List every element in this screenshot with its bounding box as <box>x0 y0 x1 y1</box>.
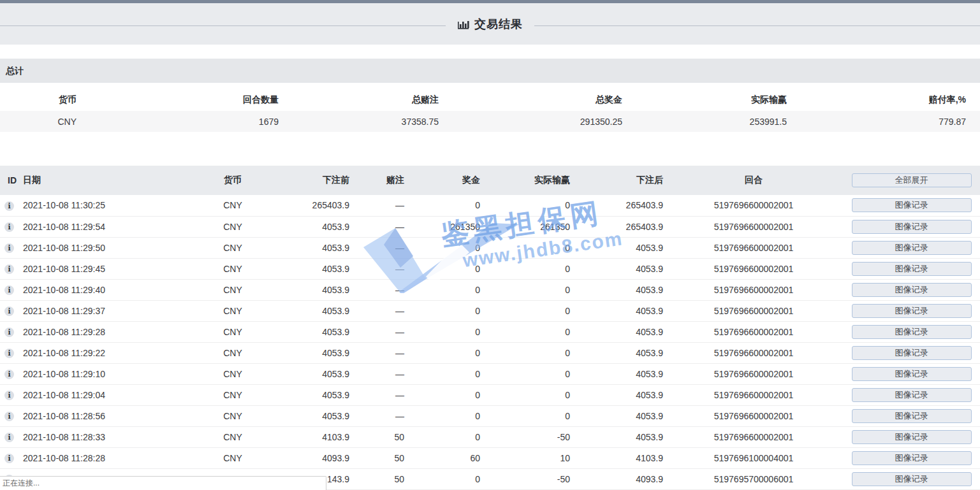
info-icon[interactable]: i <box>4 391 14 400</box>
info-icon[interactable]: i <box>4 201 14 211</box>
cell-round: 5197695700006001 <box>664 468 843 489</box>
cell-date: 2021-10-08 11:29:28 <box>19 321 179 342</box>
cell-date: 2021-10-08 11:29:50 <box>19 237 179 258</box>
info-icon[interactable]: i <box>4 433 14 442</box>
image-record-button[interactable]: 图像记录 <box>852 325 972 339</box>
image-record-button[interactable]: 图像记录 <box>852 304 972 318</box>
cell-currency: CNY <box>179 279 287 300</box>
page-header: 交易结果 <box>0 3 980 45</box>
cell-currency: CNY <box>179 342 287 363</box>
cell-date: 2021-10-08 11:29:22 <box>19 342 179 363</box>
info-icon[interactable]: i <box>4 328 14 337</box>
cell-after: 4053.9 <box>571 342 664 363</box>
image-record-button[interactable]: 图像记录 <box>852 220 972 234</box>
cell-currency: CNY <box>179 216 287 237</box>
info-icon[interactable]: i <box>4 349 14 358</box>
summary-winloss: 253991.5 <box>629 111 793 132</box>
cell-after: 265403.9 <box>571 216 664 237</box>
summary-header-total-bet: 总赌注 <box>285 89 445 111</box>
cell-after: 4103.9 <box>571 447 664 468</box>
cell-bet: — <box>351 237 406 258</box>
cell-currency: CNY <box>179 300 287 321</box>
expand-all-button[interactable]: 全部展开 <box>852 173 972 187</box>
summary-currency: CNY <box>0 111 83 132</box>
cell-date: 2021-10-08 11:29:54 <box>19 216 179 237</box>
table-row: i2021-10-08 11:29:04CNY4053.9—004053.951… <box>0 384 980 405</box>
image-record-button[interactable]: 图像记录 <box>852 241 972 255</box>
info-icon[interactable]: i <box>4 222 14 232</box>
info-icon[interactable]: i <box>4 412 14 421</box>
info-icon[interactable]: i <box>4 285 14 295</box>
info-icon[interactable]: i <box>4 370 14 379</box>
page-title: 交易结果 <box>474 17 523 32</box>
col-header-winloss: 实际输赢 <box>481 166 571 195</box>
cell-bet: — <box>351 258 406 279</box>
cell-after: 4053.9 <box>571 405 664 426</box>
summary-payout-rate: 779.87 <box>793 111 980 132</box>
cell-date: 2021-10-08 11:29:10 <box>19 363 179 384</box>
cell-after: 4053.9 <box>571 258 664 279</box>
cell-winloss: 0 <box>481 384 571 405</box>
col-header-prize: 奖金 <box>406 166 481 195</box>
cell-bet: 50 <box>351 468 406 489</box>
col-header-bet: 赌注 <box>351 166 406 195</box>
cell-winloss: 0 <box>481 405 571 426</box>
col-header-before: 下注前 <box>287 166 351 195</box>
image-record-button[interactable]: 图像记录 <box>852 451 972 465</box>
info-icon[interactable]: i <box>4 243 14 253</box>
cell-prize: 0 <box>406 237 481 258</box>
cell-round: 5197696600002001 <box>664 237 843 258</box>
cell-prize: 0 <box>406 426 481 447</box>
summary-table: 货币 回合数量 总赌注 总奖金 实际输赢 赔付率,% CNY 1679 3735… <box>0 89 980 132</box>
cell-winloss: 0 <box>481 342 571 363</box>
cell-after: 4053.9 <box>571 279 664 300</box>
cell-winloss: 261350 <box>481 216 571 237</box>
image-record-button[interactable]: 图像记录 <box>852 367 972 381</box>
cell-round: 5197696100004001 <box>664 447 843 468</box>
table-row: i2021-10-08 11:29:50CNY4053.9—004053.951… <box>0 237 980 258</box>
cell-round: 5197696600002001 <box>664 342 843 363</box>
summary-total-bet: 37358.75 <box>285 111 445 132</box>
summary-header-currency: 货币 <box>0 89 83 111</box>
image-record-button[interactable]: 图像记录 <box>852 262 972 276</box>
info-icon[interactable]: i <box>4 264 14 274</box>
summary-header-payout-rate: 赔付率,% <box>793 89 980 111</box>
cell-prize: 60 <box>406 447 481 468</box>
image-record-button[interactable]: 图像记录 <box>852 430 972 444</box>
info-icon[interactable]: i <box>4 306 14 316</box>
cell-prize: 261350 <box>406 216 481 237</box>
cell-prize: 0 <box>406 300 481 321</box>
results-tbody: i2021-10-08 11:30:25CNY265403.9—00265403… <box>0 195 980 489</box>
cell-bet: — <box>351 321 406 342</box>
cell-bet: — <box>351 300 406 321</box>
image-record-button[interactable]: 图像记录 <box>852 346 972 360</box>
info-icon[interactable]: i <box>4 454 14 463</box>
table-row: i2021-10-08 11:29:37CNY4053.9—004053.951… <box>0 300 980 321</box>
cell-date: 2021-10-08 11:29:45 <box>19 258 179 279</box>
cell-winloss: 0 <box>481 321 571 342</box>
cell-round: 5197696600002001 <box>664 426 843 447</box>
image-record-button[interactable]: 图像记录 <box>852 409 972 423</box>
cell-currency: CNY <box>179 237 287 258</box>
table-row: i2021-10-08 11:29:10CNY4053.9—004053.951… <box>0 363 980 384</box>
summary-row: CNY 1679 37358.75 291350.25 253991.5 779… <box>0 111 980 132</box>
cell-before: 265403.9 <box>287 195 351 216</box>
table-row: i2021-10-08 11:30:25CNY265403.9—00265403… <box>0 195 980 216</box>
summary-rounds: 1679 <box>83 111 285 132</box>
summary-header-total-prize: 总奖金 <box>445 89 629 111</box>
cell-round: 5197696600002001 <box>664 300 843 321</box>
cell-currency: CNY <box>179 195 287 216</box>
image-record-button[interactable]: 图像记录 <box>852 283 972 297</box>
cell-currency: CNY <box>179 405 287 426</box>
status-bar: 正在连接... <box>0 476 326 490</box>
cell-date: 2021-10-08 11:29:40 <box>19 279 179 300</box>
cell-after: 265403.9 <box>571 195 664 216</box>
image-record-button[interactable]: 图像记录 <box>852 472 972 486</box>
image-record-button[interactable]: 图像记录 <box>852 388 972 402</box>
cell-date: 2021-10-08 11:30:25 <box>19 195 179 216</box>
cell-bet: — <box>351 405 406 426</box>
cell-before: 4053.9 <box>287 405 351 426</box>
cell-after: 4053.9 <box>571 363 664 384</box>
cell-round: 5197696600002001 <box>664 195 843 216</box>
image-record-button[interactable]: 图像记录 <box>852 198 972 212</box>
